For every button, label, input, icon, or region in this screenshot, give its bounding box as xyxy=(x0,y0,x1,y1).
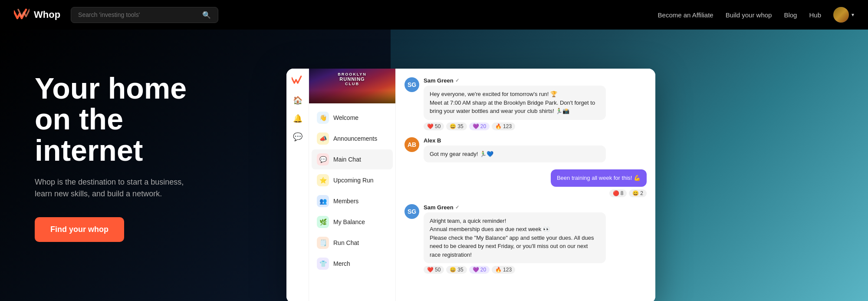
upcoming-run-icon: ⭐ xyxy=(317,174,329,186)
become-affiliate-link[interactable]: Become an Affiliate xyxy=(658,11,713,19)
channel-name-main-chat: Main Chat xyxy=(333,156,361,163)
message-reactions: ❤️ 50 😄 35 💜 20 🔥 123 xyxy=(424,122,647,130)
channel-sidebar: BROOKLYN RUNNING CLUB 👋 Welcome 📣 xyxy=(309,69,396,301)
message-avatar: SG xyxy=(404,204,419,219)
logo[interactable]: Whop xyxy=(14,9,60,21)
announcements-icon: 📣 xyxy=(317,132,329,145)
reaction-purple[interactable]: 💜 20 xyxy=(469,122,490,130)
message-sender-name: Alex B xyxy=(424,137,647,144)
message-reactions: ❤️ 50 😄 35 💜 20 🔥 123 xyxy=(424,266,647,274)
chevron-down-icon: ▾ xyxy=(852,12,854,18)
hero-heading-line2: on the internet xyxy=(35,103,143,166)
hub-link[interactable]: Hub xyxy=(809,11,821,19)
reaction-smile-2[interactable]: 😄 35 xyxy=(446,266,467,274)
hero-section: Your home on the internet Whop is the de… xyxy=(0,30,868,301)
run-chat-icon: 🗒️ xyxy=(317,237,329,249)
message-avatar: AB xyxy=(404,137,419,152)
channel-name-run-chat: Run Chat xyxy=(333,239,359,246)
reaction-smile[interactable]: 😄 35 xyxy=(446,122,467,130)
members-icon: 👥 xyxy=(317,195,329,207)
reaction-red[interactable]: 🔴 8 xyxy=(609,189,627,197)
message-sender-name: Sam Green ✓ xyxy=(424,77,647,84)
message-avatar: SG xyxy=(404,77,419,92)
channel-item-main-chat[interactable]: 💬 Main Chat xyxy=(312,149,393,169)
message-bubble: Alright team, a quick reminder! Annual m… xyxy=(424,212,606,264)
reaction-heart[interactable]: ❤️ 50 xyxy=(424,122,444,130)
channel-name-upcoming-run: Upcoming Run xyxy=(333,177,374,184)
hero-content: Your home on the internet Whop is the de… xyxy=(0,30,868,301)
hero-left: Your home on the internet Whop is the de… xyxy=(0,64,260,251)
message-body: Sam Green ✓ Hey everyone, we're excited … xyxy=(424,77,647,130)
user-avatar-menu[interactable]: ▾ xyxy=(833,7,854,23)
search-bar[interactable]: 🔍 xyxy=(71,7,218,23)
channel-name-welcome: Welcome xyxy=(333,114,358,121)
sidebar-bell-icon[interactable]: 🔔 xyxy=(293,114,302,123)
hero-heading-line1: Your home xyxy=(35,72,187,105)
channel-name-announcements: Announcements xyxy=(333,135,377,142)
search-icon: 🔍 xyxy=(202,11,211,19)
message-bubble-sent: Been training all week for this! 💪 xyxy=(551,169,647,187)
message-sender-name: Sam Green ✓ xyxy=(424,204,647,211)
hero-heading: Your home on the internet xyxy=(35,73,226,166)
message-sent-row: Been training all week for this! 💪 🔴 8 😄… xyxy=(404,169,647,197)
app-window: 🏠 🔔 💬 BROOKLYN RUNNING xyxy=(286,69,655,301)
welcome-icon: 👋 xyxy=(317,112,329,124)
brooklyn-running-club-banner: BROOKLYN RUNNING CLUB xyxy=(309,69,395,103)
search-input[interactable] xyxy=(78,11,198,18)
channel-item-members[interactable]: 👥 Members xyxy=(312,191,393,211)
verified-badge: ✓ xyxy=(455,205,459,210)
channel-item-welcome[interactable]: 👋 Welcome xyxy=(312,108,393,128)
my-balance-icon: 🌿 xyxy=(317,216,329,228)
message-body: Sam Green ✓ Alright team, a quick remind… xyxy=(424,204,647,274)
channel-item-run-chat[interactable]: 🗒️ Run Chat xyxy=(312,233,393,253)
sidebar-chat-icon[interactable]: 💬 xyxy=(293,132,302,142)
build-whop-link[interactable]: Build your whop xyxy=(726,11,772,19)
reaction-smile-sent[interactable]: 😄 2 xyxy=(629,189,647,197)
reaction-fire[interactable]: 🔥 123 xyxy=(492,122,515,130)
channel-list: 👋 Welcome 📣 Announcements 💬 Main Chat xyxy=(309,103,395,301)
navbar: Whop 🔍 Become an Affiliate Build your wh… xyxy=(0,0,868,30)
channel-item-announcements[interactable]: 📣 Announcements xyxy=(312,129,393,149)
message-row: SG Sam Green ✓ Alright team, a quick rem… xyxy=(404,204,647,274)
whop-logo-icon xyxy=(14,9,30,21)
main-chat-icon: 💬 xyxy=(317,153,329,165)
merch-icon: 👕 xyxy=(317,258,329,270)
message-bubble: Hey everyone, we're excited for tomorrow… xyxy=(424,86,606,120)
message-row: SG Sam Green ✓ Hey everyone, we're excit… xyxy=(404,77,647,130)
reaction-fire-2[interactable]: 🔥 123 xyxy=(492,266,515,274)
chat-messages: SG Sam Green ✓ Hey everyone, we're excit… xyxy=(396,69,655,301)
reaction-heart-2[interactable]: ❤️ 50 xyxy=(424,266,444,274)
channel-item-merch[interactable]: 👕 Merch xyxy=(312,254,393,274)
sidebar-whop-icon[interactable] xyxy=(292,76,304,87)
chat-main: SG Sam Green ✓ Hey everyone, we're excit… xyxy=(396,69,655,301)
message-reactions-sent: 🔴 8 😄 2 xyxy=(609,189,647,197)
message-body: Alex B Got my gear ready! 🏃‍♂️💙 xyxy=(424,137,647,163)
avatar xyxy=(833,7,849,23)
channel-name-members: Members xyxy=(333,198,358,205)
verified-badge: ✓ xyxy=(455,78,459,83)
channel-item-upcoming-run[interactable]: ⭐ Upcoming Run xyxy=(312,170,393,190)
blog-link[interactable]: Blog xyxy=(784,11,797,19)
channel-name-merch: Merch xyxy=(333,260,350,267)
navbar-left: Whop 🔍 xyxy=(14,7,218,23)
logo-text: Whop xyxy=(34,9,60,20)
channel-item-my-balance[interactable]: 🌿 My Balance xyxy=(312,212,393,232)
message-row: AB Alex B Got my gear ready! 🏃‍♂️💙 xyxy=(404,137,647,163)
navbar-right: Become an Affiliate Build your whop Blog… xyxy=(658,7,854,23)
sidebar-icons: 🏠 🔔 💬 xyxy=(286,69,309,301)
find-whop-button[interactable]: Find your whop xyxy=(35,217,124,242)
hero-subtext: Whop is the destination to start a busin… xyxy=(35,176,226,200)
message-bubble: Got my gear ready! 🏃‍♂️💙 xyxy=(424,146,606,163)
sidebar-home-icon[interactable]: 🏠 xyxy=(293,96,302,105)
reaction-purple-2[interactable]: 💜 20 xyxy=(469,266,490,274)
channel-name-my-balance: My Balance xyxy=(333,218,365,225)
